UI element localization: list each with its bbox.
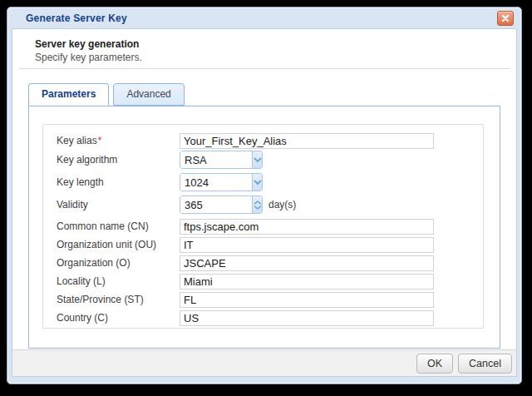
wizard-step-subtitle: Specify key parameters. [12, 50, 516, 63]
close-button[interactable] [497, 11, 514, 26]
dialog-titlebar: Generate Server Key [7, 7, 521, 28]
chevron-down-icon [254, 205, 262, 210]
field-label: Country (C) [57, 312, 108, 324]
combo-input[interactable] [180, 174, 252, 191]
field-label-wrap: Validity [57, 199, 180, 210]
combo-trigger[interactable] [252, 151, 262, 168]
field-label-wrap: Organization (O) [57, 257, 180, 269]
ok-button[interactable]: OK [416, 354, 453, 374]
text-input[interactable] [180, 237, 434, 253]
spinner-buttons[interactable] [252, 196, 262, 213]
form-row: Organization (O) [57, 255, 471, 271]
text-input[interactable] [180, 274, 434, 290]
combo-trigger[interactable] [252, 174, 262, 191]
key-parameters-fieldset: Key alias* Key algorithm Key length [42, 124, 484, 329]
field-label: Common name (CN) [57, 220, 149, 232]
text-input[interactable] [180, 292, 434, 308]
dialog-body: Server key generation Specify key parame… [12, 28, 517, 377]
field-label: State/Province (ST) [57, 294, 144, 305]
field-label: Validity [57, 199, 88, 210]
chevron-down-icon [254, 157, 262, 163]
text-input[interactable] [180, 255, 434, 271]
tab-advanced[interactable]: Advanced [113, 83, 184, 106]
field-label: Key algorithm [57, 154, 117, 166]
field-label: Organization (O) [57, 257, 131, 269]
field-label: Organization unit (OU) [57, 239, 156, 250]
field-label-wrap: Key alias* [57, 135, 180, 146]
tab-parameters[interactable]: Parameters [28, 83, 109, 106]
generate-server-key-dialog: Generate Server Key Server key generatio… [7, 7, 522, 384]
text-input[interactable] [180, 219, 434, 235]
form-rows: Key alias* Key algorithm Key length [57, 132, 471, 326]
form-row: Key length [57, 173, 471, 191]
field-label-wrap: Organization unit (OU) [57, 239, 180, 250]
header-divider [19, 68, 510, 69]
field-label-wrap: Key algorithm [57, 154, 180, 166]
form-row: Organization unit (OU) [57, 236, 471, 253]
combo-input[interactable] [180, 151, 252, 168]
form-row: State/Province (ST) [57, 291, 471, 308]
form-row: Country (C) [57, 309, 471, 326]
wizard-step-title: Server key generation [12, 29, 516, 50]
field-label: Key alias [57, 135, 97, 146]
spinner[interactable] [180, 196, 263, 214]
form-row: Common name (CN) [57, 218, 471, 235]
field-label-wrap: Key length [57, 176, 180, 188]
text-input[interactable] [180, 310, 434, 326]
field-label: Key length [57, 176, 104, 188]
required-marker: * [98, 135, 102, 146]
dialog-footer: OK Cancel [12, 349, 516, 376]
form-row: Validity day(s) [57, 196, 471, 214]
dialog-title: Generate Server Key [26, 12, 127, 24]
combo-box[interactable] [180, 151, 263, 169]
field-label-wrap: Country (C) [57, 312, 180, 324]
field-label-wrap: State/Province (ST) [57, 294, 180, 305]
combo-box[interactable] [180, 173, 263, 191]
spinner-input[interactable] [180, 196, 252, 213]
field-label: Locality (L) [57, 275, 106, 287]
field-suffix: day(s) [268, 199, 296, 210]
field-label-wrap: Locality (L) [57, 275, 180, 287]
field-label-wrap: Common name (CN) [57, 220, 180, 232]
text-input[interactable] [180, 133, 434, 149]
cancel-button[interactable]: Cancel [458, 354, 512, 374]
form-row: Key alias* [57, 132, 471, 149]
chevron-up-icon [254, 200, 262, 205]
form-row: Locality (L) [57, 273, 471, 290]
form-row: Key algorithm [57, 151, 471, 169]
tab-bar: Parameters Advanced [28, 83, 516, 106]
chevron-down-icon [254, 180, 262, 186]
close-icon [501, 14, 510, 22]
parameters-tab-panel: Key alias* Key algorithm Key length [28, 106, 500, 349]
